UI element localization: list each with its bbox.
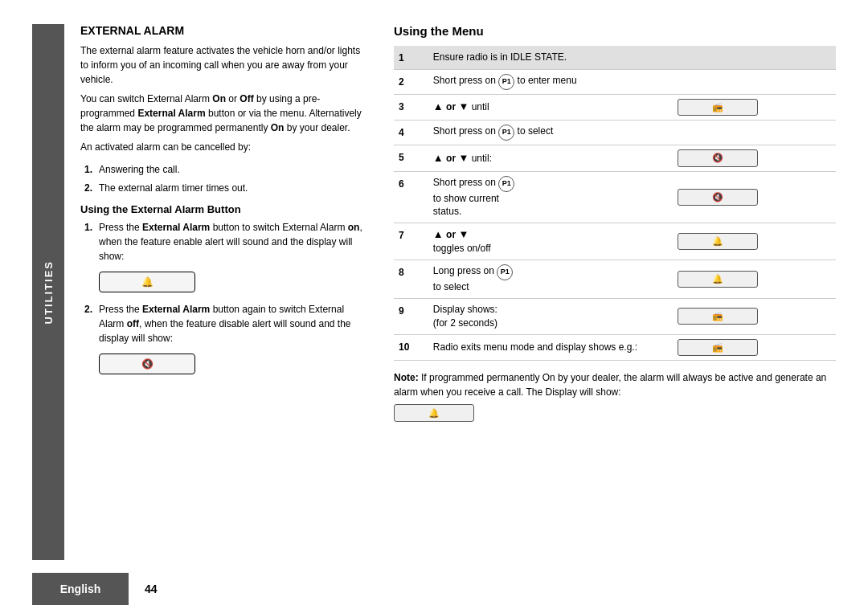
p1-btn-step2: P1 <box>498 74 514 90</box>
left-column: UTILITIES EXTERNAL ALARM The external al… <box>32 24 370 560</box>
display-box-off: 🔇 <box>99 353 195 374</box>
arrow-up-3: ▲ <box>433 100 444 112</box>
step-6-display: 🔇 <box>673 171 836 223</box>
step-8-desc: Long press on P1to select <box>428 260 673 299</box>
note-section: Note: If programmed permanently On by yo… <box>394 370 836 423</box>
step-10-display: 📻 <box>673 334 836 360</box>
step-4-desc: Short press on P1 to select <box>428 121 673 145</box>
cancel-item-2: 2. The external alarm timer times out. <box>84 181 370 195</box>
step-4-display <box>673 121 836 145</box>
display-icon-on: 🔔 <box>141 276 154 288</box>
step-7-desc: ▲ or ▼toggles on/off <box>428 223 673 260</box>
step-4-num: 4 <box>394 121 428 145</box>
footer: English 44 <box>32 573 836 613</box>
step-2-num: 2 <box>394 69 428 94</box>
display-sm-6: 🔇 <box>678 189 758 206</box>
arrow-down-3: ▼ <box>458 100 469 112</box>
step-9-desc: Display shows:(for 2 seconds) <box>428 298 673 334</box>
step-9-num: 9 <box>394 298 428 334</box>
step-3-display: 📻 <box>673 94 836 120</box>
sub-section-title: Using the External Alarm Button <box>80 203 370 215</box>
step-2-display <box>673 69 836 94</box>
button-step-2: 2. Press the External Alarm button again… <box>84 302 370 379</box>
button-steps: 1. Press the External Alarm button to sw… <box>80 220 370 379</box>
menu-step-5: 5 ▲ or ▼ until: 🔇 <box>394 145 836 171</box>
arrow-up-5: ▲ <box>433 152 444 164</box>
note-text: Note: If programmed permanently On by yo… <box>394 370 836 399</box>
step-10-desc: Radio exits menu mode and display shows … <box>428 334 673 360</box>
intro-p3: An activated alarm can be cancelled by: <box>80 140 370 154</box>
display-sm-10: 📻 <box>678 339 758 356</box>
cancel-item-2-num: 2. <box>84 181 94 195</box>
p1-btn-step8: P1 <box>497 264 513 280</box>
step-1-desc: Ensure radio is in IDLE STATE. <box>428 46 836 69</box>
p1-btn-step6: P1 <box>498 176 514 192</box>
step-7-num: 7 <box>394 223 428 260</box>
note-label: Note: <box>394 372 419 383</box>
menu-steps-table: 1 Ensure radio is in IDLE STATE. 2 Short… <box>394 46 836 361</box>
menu-step-7: 7 ▲ or ▼toggles on/off 🔔 <box>394 223 836 260</box>
cancel-item-2-text: The external alarm timer times out. <box>99 181 248 195</box>
step-10-num: 10 <box>394 334 428 360</box>
step-5-display: 🔇 <box>673 145 836 171</box>
utilities-tab: UTILITIES <box>32 24 64 560</box>
left-content: EXTERNAL ALARM The external alarm featur… <box>64 24 370 560</box>
intro-p1: The external alarm feature activates the… <box>80 43 370 87</box>
right-column: Using the Menu 1 Ensure radio is in IDLE… <box>394 24 836 560</box>
step-1-num: 1 <box>394 46 428 69</box>
display-icon-off: 🔇 <box>141 358 154 370</box>
menu-step-2: 2 Short press on P1 to enter menu <box>394 69 836 94</box>
step-2-desc: Short press on P1 to enter menu <box>428 69 673 94</box>
display-sm-3: 📻 <box>678 99 758 116</box>
utilities-label: UTILITIES <box>43 260 55 324</box>
note-display-box: 🔔 <box>394 404 474 423</box>
step2-text: Press the External Alarm button again to… <box>99 302 370 345</box>
display-sm-7: 🔔 <box>678 233 758 250</box>
menu-step-1: 1 Ensure radio is in IDLE STATE. <box>394 46 836 69</box>
footer-page-number: 44 <box>145 582 158 595</box>
step-3-desc: ▲ or ▼ until <box>428 94 673 120</box>
display-sm-9: 📻 <box>678 308 758 325</box>
footer-language: English <box>32 573 129 605</box>
step-6-desc: Short press on P1to show currentstatus. <box>428 171 673 223</box>
left-intro: The external alarm feature activates the… <box>80 43 370 154</box>
menu-step-8: 8 Long press on P1to select 🔔 <box>394 260 836 299</box>
step1-text: Press the External Alarm button to switc… <box>99 220 370 264</box>
note-body: If programmed permanently On by your dea… <box>394 372 826 398</box>
menu-step-9: 9 Display shows:(for 2 seconds) 📻 <box>394 298 836 334</box>
step-8-num: 8 <box>394 260 428 299</box>
step2-num: 2. <box>84 302 94 345</box>
display-sm-5: 🔇 <box>678 149 758 166</box>
menu-step-4: 4 Short press on P1 to select <box>394 121 836 145</box>
display-box-on: 🔔 <box>99 272 195 292</box>
step-6-num: 6 <box>394 171 428 223</box>
menu-step-10: 10 Radio exits menu mode and display sho… <box>394 334 836 360</box>
step-5-desc: ▲ or ▼ until: <box>428 145 673 171</box>
display-sm-8: 🔔 <box>678 271 758 288</box>
step-3-num: 3 <box>394 94 428 120</box>
arrow-down-5: ▼ <box>458 152 469 164</box>
left-section-title: EXTERNAL ALARM <box>80 24 370 37</box>
button-step-1: 1. Press the External Alarm button to sw… <box>84 220 370 297</box>
cancel-item-1: 1. Answering the call. <box>84 162 370 177</box>
cancel-list: 1. Answering the call. 2. The external a… <box>80 162 370 195</box>
step-5-num: 5 <box>394 145 428 171</box>
cancel-item-1-num: 1. <box>84 162 94 177</box>
p1-btn-step4: P1 <box>498 125 514 141</box>
step-7-display: 🔔 <box>673 223 836 260</box>
menu-step-3: 3 ▲ or ▼ until 📻 <box>394 94 836 120</box>
cancel-item-1-text: Answering the call. <box>99 162 180 177</box>
step-9-display: 📻 <box>673 298 836 334</box>
step-8-display: 🔔 <box>673 260 836 299</box>
arrow-up-7: ▲ <box>433 228 444 240</box>
right-section-title: Using the Menu <box>394 24 836 38</box>
arrow-down-7: ▼ <box>458 228 469 240</box>
intro-p2: You can switch External Alarm On or Off … <box>80 92 370 135</box>
menu-step-6: 6 Short press on P1to show currentstatus… <box>394 171 836 223</box>
step1-num: 1. <box>84 220 94 264</box>
